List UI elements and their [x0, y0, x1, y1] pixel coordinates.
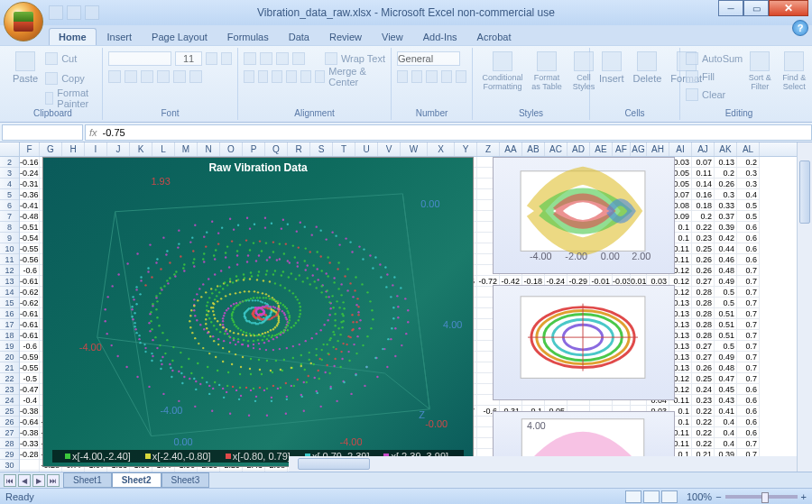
format-as-table-button[interactable]: Format as Table [527, 50, 567, 93]
insert-cells-button[interactable]: Insert [595, 50, 628, 86]
grow-font-icon[interactable] [206, 52, 217, 65]
cell[interactable]: 0.25 [692, 243, 715, 254]
cell[interactable]: 0.6 [737, 233, 760, 243]
cell[interactable]: 0.27 [692, 352, 715, 362]
cell[interactable]: -0.38 [20, 427, 40, 438]
row-header[interactable]: 19 [0, 341, 19, 352]
indent-dec-icon[interactable] [286, 70, 297, 83]
shrink-font-icon[interactable] [221, 52, 233, 65]
ribbon-tab-acrobat[interactable]: Acrobat [468, 29, 521, 45]
cell[interactable]: 0.39 [715, 222, 737, 233]
cell[interactable]: 0.7 [737, 330, 760, 341]
cell[interactable]: 0.27 [692, 276, 715, 287]
ribbon-tab-review[interactable]: Review [320, 29, 371, 45]
indent-inc-icon[interactable] [300, 70, 311, 83]
cell[interactable]: 0.26 [692, 265, 715, 276]
view-layout-icon[interactable] [643, 490, 660, 503]
col-header[interactable]: AB [522, 142, 545, 156]
col-header[interactable]: U [355, 142, 378, 156]
cell[interactable]: -0.5 [20, 373, 40, 384]
cell[interactable]: 0.7 [737, 287, 760, 298]
col-header[interactable]: AC [545, 142, 567, 156]
cell[interactable]: 0.26 [715, 179, 737, 189]
cell[interactable]: 0.23 [692, 233, 715, 243]
cell[interactable]: 0.11 [692, 168, 715, 179]
col-header[interactable]: V [378, 142, 401, 156]
dec-decimal-icon[interactable] [456, 70, 466, 83]
cell[interactable]: 0.7 [737, 308, 760, 319]
cell[interactable]: 0.16 [692, 189, 715, 200]
col-header[interactable]: I [85, 142, 107, 156]
cell[interactable]: 0.07 [692, 157, 715, 168]
ribbon-tab-page-layout[interactable]: Page Layout [143, 29, 217, 45]
cell[interactable]: 0.5 [715, 341, 737, 352]
align-top-icon[interactable] [244, 52, 256, 65]
cell[interactable] [20, 460, 40, 471]
cell[interactable]: 0.22 [692, 417, 715, 427]
cell[interactable]: -0.56 [20, 254, 40, 265]
cell[interactable]: 0.22 [692, 222, 715, 233]
ribbon-tab-home[interactable]: Home [49, 28, 97, 45]
cell[interactable]: 0.2 [692, 211, 715, 222]
vertical-scrollbar[interactable] [797, 142, 812, 472]
ribbon-tab-insert[interactable]: Insert [98, 29, 142, 45]
align-center-icon[interactable] [258, 70, 269, 83]
row-header[interactable]: 13 [0, 276, 19, 287]
row-header[interactable]: 8 [0, 222, 19, 233]
col-header[interactable]: AD [567, 142, 590, 156]
scrollbar-thumb[interactable] [298, 458, 370, 470]
cut-button[interactable]: Cut [45, 50, 97, 68]
cell[interactable]: 0.33 [715, 200, 737, 211]
cell[interactable]: 0.22 [692, 427, 715, 438]
row-header[interactable]: 30 [0, 460, 19, 471]
cell[interactable]: 0.43 [715, 395, 737, 406]
col-header[interactable]: X [428, 142, 455, 156]
cell[interactable]: 0.18 [692, 200, 715, 211]
cell[interactable]: 0.5 [715, 287, 737, 298]
col-header[interactable]: T [333, 142, 355, 156]
cell[interactable]: 0.6 [737, 395, 760, 406]
cell[interactable]: 0.6 [737, 384, 760, 395]
cell[interactable]: -0.62 [20, 287, 40, 298]
align-middle-icon[interactable] [260, 52, 272, 65]
cell[interactable]: 0.48 [715, 362, 737, 373]
cell[interactable]: -0.62 [20, 298, 40, 308]
wrap-text-button[interactable]: Wrap Text [341, 53, 385, 64]
col-header[interactable]: AK [715, 142, 737, 156]
col-header[interactable]: H [62, 142, 85, 156]
row-header[interactable]: 9 [0, 233, 19, 243]
cell[interactable]: 0.3 [737, 179, 760, 189]
redo-icon[interactable] [85, 5, 99, 20]
align-right-icon[interactable] [272, 70, 282, 83]
col-header[interactable]: AH [647, 142, 669, 156]
autosum-button[interactable]: AutoSum [686, 50, 743, 68]
row-header[interactable]: 25 [0, 406, 19, 417]
cell[interactable]: 0.4 [715, 417, 737, 427]
merge-center-button[interactable]: Merge & Center [328, 66, 385, 87]
col-header[interactable]: S [310, 142, 333, 156]
cell[interactable]: 0.22 [692, 406, 715, 417]
cell[interactable]: -0.4 [20, 395, 40, 406]
cell[interactable]: 0.26 [692, 362, 715, 373]
cell[interactable]: -0.36 [20, 189, 40, 200]
cell[interactable]: 0.6 [737, 406, 760, 417]
cell[interactable]: 0.27 [692, 341, 715, 352]
col-header[interactable]: M [175, 142, 198, 156]
col-header[interactable]: AJ [692, 142, 715, 156]
font-color-icon[interactable] [189, 70, 202, 83]
cell[interactable]: 0.7 [737, 265, 760, 276]
cell[interactable]: 0.6 [737, 243, 760, 254]
row-header[interactable]: 6 [0, 200, 19, 211]
minimize-button[interactable]: ─ [718, 0, 743, 16]
cell[interactable]: 0.7 [737, 298, 760, 308]
cell[interactable]: 0.51 [715, 319, 737, 330]
find-select-button[interactable]: Find & Select [777, 50, 811, 104]
cell[interactable]: -0.54 [20, 233, 40, 243]
tab-nav-first[interactable]: ⏮ [4, 474, 16, 487]
row-header[interactable]: 7 [0, 211, 19, 222]
ribbon-tab-formulas[interactable]: Formulas [218, 29, 278, 45]
cell[interactable]: 0.6 [737, 427, 760, 438]
ribbon-tab-add-ins[interactable]: Add-Ins [414, 29, 466, 45]
cell[interactable]: 0.28 [692, 308, 715, 319]
row-header[interactable]: 20 [0, 352, 19, 362]
